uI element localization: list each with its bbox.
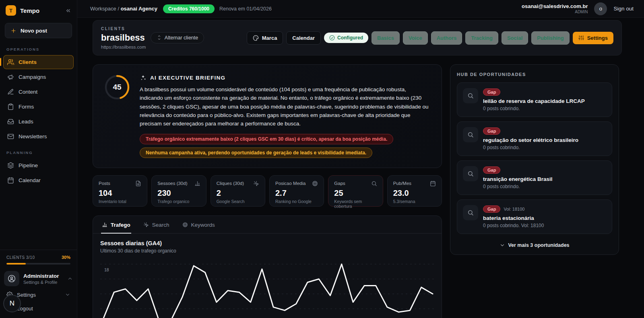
topbar: Workspace / osanai Agency Creditos 760/1… — [77, 0, 644, 18]
sliders-icon — [578, 35, 584, 41]
stat-card-position[interactable]: Posicao Media 2.7 Ranking no Google — [269, 175, 324, 207]
sidebar-item-clients[interactable]: Clients — [3, 55, 74, 69]
tab-voice[interactable]: Voice — [403, 31, 428, 45]
briefing-score: 45 — [104, 74, 130, 100]
stat-label: Cliques (30d) — [217, 181, 244, 186]
briefing-body: A brasilbess possui um volume consideráv… — [140, 85, 430, 128]
tab-basics[interactable]: Basics — [372, 31, 400, 45]
sidebar-collapse-icon[interactable] — [65, 8, 71, 14]
app-name: Tempo — [20, 7, 39, 14]
sidebar-item-label: Content — [19, 89, 37, 95]
clients-usage-label: CLIENTS 3/10 — [6, 255, 35, 260]
stat-label: Posicao Media — [275, 181, 305, 186]
opportunity-subtitle: 0 posts cobrindo. Vol: 18100 — [483, 223, 544, 228]
opportunity-title: transição energética Brasil — [483, 176, 553, 182]
tab-keywords[interactable]: Keywords — [182, 216, 216, 234]
tab-tracking[interactable]: Tracking — [465, 31, 498, 45]
chevron-down-icon — [65, 292, 70, 297]
alert-critical: Tráfego orgânico extremamente baixo (2 c… — [140, 134, 393, 144]
client-url[interactable]: https://brasilbess.com — [101, 45, 204, 49]
workspace-name[interactable]: osanai Agency — [121, 6, 157, 12]
marca-label: Marca — [262, 35, 277, 41]
opportunity-card[interactable]: Gap regulação do setor elétrico brasilei… — [457, 121, 612, 156]
stat-value: 25 — [334, 189, 377, 198]
stat-card-posts[interactable]: Posts 104 Inventario total — [93, 175, 147, 207]
opportunity-subtitle: 0 posts cobrindo. — [483, 184, 553, 189]
stat-sub: Inventario total — [99, 199, 141, 204]
stat-value: 2.7 — [275, 189, 318, 198]
new-post-button[interactable]: Novo post — [5, 23, 72, 38]
search-icon — [463, 166, 478, 181]
stat-label: Pub/Mes — [393, 181, 411, 186]
sidebar-item-forms[interactable]: Forms — [3, 100, 74, 114]
opportunity-title: leilão de reserva de capacidade LRCAP — [483, 98, 585, 104]
opportunity-card[interactable]: Gap leilão de reserva de capacidade LRCA… — [457, 82, 612, 117]
sidebar-item-label: Clients — [19, 59, 37, 65]
sidebar-item-label: Calendar — [19, 177, 41, 183]
score-gauge: 45 — [104, 74, 130, 100]
chevron-up-icon — [67, 276, 73, 281]
chart-title: Sessoes diarias (GA4) — [100, 240, 434, 246]
avatar[interactable]: o — [594, 2, 607, 15]
clients-usage: CLIENTS 3/10 30% — [0, 250, 77, 266]
sidebar-item-content[interactable]: Content — [3, 85, 74, 99]
tab-publishing[interactable]: Publishing — [531, 31, 569, 45]
client-settings-button[interactable]: Settings — [573, 32, 613, 44]
sidebar-item-newsletters[interactable]: Newsletters — [3, 129, 74, 144]
check-circle-icon — [329, 35, 335, 41]
sidebar-item-pipeline[interactable]: Pipeline — [3, 158, 74, 172]
user-info: osanai@salesdrive.com.br ADMIN — [522, 3, 588, 14]
configured-badge[interactable]: Configured — [324, 33, 368, 43]
sidebar-item-campaigns[interactable]: Campaigns — [3, 70, 74, 84]
stat-card-sessions[interactable]: Sessoes (30d) 230 Trafego organico — [151, 175, 206, 207]
calendar-button[interactable]: Calendar — [286, 31, 321, 45]
search-icon — [371, 181, 377, 187]
opportunities-hub: HUB DE OPORTUNIDADES Gap leilão de reser… — [450, 64, 619, 255]
opportunity-subtitle: 0 posts cobrindo. — [483, 145, 578, 150]
marca-button[interactable]: Marca — [247, 31, 283, 45]
tab-authors[interactable]: Authors — [431, 31, 462, 45]
briefing-title: AI EXECUTIVE BRIEFING — [150, 75, 225, 81]
stat-card-gaps[interactable]: Gaps 25 Keywords sem cobertura — [328, 175, 383, 207]
tab-trafego[interactable]: Trafego — [101, 216, 131, 234]
stat-label: Sessoes (30d) — [157, 181, 187, 186]
sidebar-item-leads[interactable]: Leads — [3, 115, 74, 129]
stat-sub: Keywords sem cobertura — [334, 199, 377, 209]
hub-title: HUB DE OPORTUNIDADES — [457, 72, 612, 77]
section-label-planning: PLANNING — [0, 150, 77, 155]
clients-usage-percent: 30% — [62, 255, 70, 260]
sidebar-header: T Tempo — [0, 0, 77, 20]
search-icon — [463, 205, 478, 220]
stat-sub: Google Search — [217, 199, 259, 204]
switch-client-label: Alternar cliente — [165, 35, 198, 41]
calendar-icon — [7, 177, 14, 184]
sidebar-item-label: Newsletters — [19, 133, 47, 140]
client-header: CLIENTS brasilbess Alternar cliente http… — [93, 20, 622, 55]
stat-card-pub[interactable]: Pub/Mes 23.0 5.3/semana — [387, 175, 442, 207]
sidebar-item-calendar[interactable]: Calendar — [3, 173, 74, 187]
switch-client-button[interactable]: Alternar cliente — [151, 32, 204, 43]
sign-out-button[interactable]: Sign out — [613, 6, 634, 12]
bar-chart-icon — [194, 181, 200, 187]
sessions-line-chart[interactable]: 18 — [100, 256, 435, 318]
tab-search[interactable]: Search — [142, 216, 170, 234]
stat-card-clicks[interactable]: Cliques (30d) 2 Google Search — [211, 175, 265, 207]
opportunity-card[interactable]: Gap transição energética Brasil 0 posts … — [457, 160, 612, 195]
chart-subtitle: Ultimos 30 dias de trafego organico — [100, 248, 434, 254]
stat-value: 230 — [157, 189, 200, 198]
target-icon — [312, 181, 318, 187]
profile-menu[interactable]: Administrator Settings & Profile — [4, 271, 73, 286]
opportunity-card[interactable]: GapVol: 18100 bateria estacionária 0 pos… — [457, 199, 612, 234]
tab-social[interactable]: Social — [502, 31, 528, 45]
inbox-icon — [7, 118, 14, 125]
opportunity-meta: Vol: 18100 — [504, 207, 524, 211]
stat-value: 104 — [99, 189, 141, 198]
section-label-operations: OPERATIONS — [0, 47, 77, 51]
user-email: osanai@salesdrive.com.br — [522, 3, 588, 9]
stat-sub: Ranking no Google — [275, 199, 318, 204]
sidebar-settings-label: Settings — [17, 292, 36, 298]
sparkles-icon — [140, 74, 147, 81]
show-more-opportunities[interactable]: Ver mais 3 oportunidades — [457, 238, 612, 250]
clients-progress-fill — [6, 263, 26, 265]
gap-badge: Gap — [483, 88, 500, 96]
